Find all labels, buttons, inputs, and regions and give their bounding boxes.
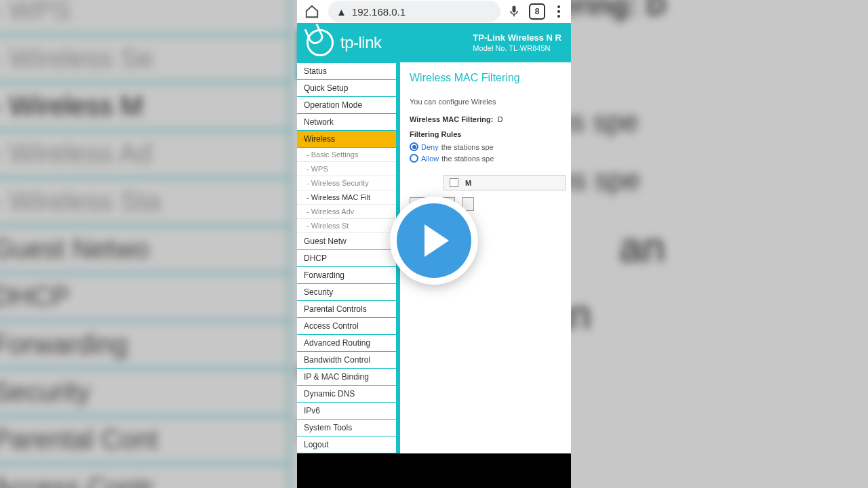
- bg-item: Parental Cont: [0, 417, 289, 464]
- bg-item: DHCP: [0, 274, 289, 321]
- sidebar-sub-statistics[interactable]: - Wireless St: [297, 219, 396, 233]
- sidebar-item-logout[interactable]: Logout: [297, 436, 396, 453]
- sidebar-sub-mac-filtering[interactable]: - Wireless MAC Filt: [297, 190, 396, 205]
- radio-on-icon: [410, 142, 418, 151]
- bg-item: Access Contr: [0, 465, 289, 489]
- sidebar-item-quick-setup[interactable]: Quick Setup: [297, 80, 396, 97]
- sidebar-item-parental[interactable]: Parental Controls: [297, 301, 396, 318]
- radio-allow-row[interactable]: Allow the stations spe: [410, 154, 566, 163]
- sidebar-item-dhcp[interactable]: DHCP: [297, 250, 396, 267]
- allow-text: the stations spe: [441, 155, 494, 163]
- sidebar-item-status[interactable]: Status: [297, 62, 396, 80]
- page-description: You can configure Wireles: [410, 98, 566, 106]
- router-title: TP-Link Wireless N R Model No. TL-WR845N: [473, 33, 561, 54]
- bg-left-sidebar: - WPS - Wireless Se - Wireless M - Wirel…: [0, 0, 290, 488]
- sidebar-sub-wps[interactable]: - WPS: [297, 162, 396, 176]
- sidebar-nav: Status Quick Setup Operation Mode Networ…: [297, 62, 396, 453]
- play-inner: [397, 203, 471, 278]
- url-text: 192.168.0.1: [352, 6, 406, 18]
- bg-item: - Wireless Sta: [0, 178, 289, 226]
- bg-item: - Wireless M: [0, 83, 289, 131]
- bg-item: Forwarding: [0, 321, 289, 369]
- brand-name: tp-link: [340, 33, 382, 52]
- tab-count-button[interactable]: 8: [529, 3, 545, 20]
- bg-item: Security: [0, 369, 289, 417]
- play-button[interactable]: [390, 197, 478, 285]
- url-field[interactable]: ▲ 192.168.0.1: [328, 1, 500, 22]
- router-model: Model No. TL-WR845N: [473, 43, 561, 53]
- menu-icon[interactable]: [552, 5, 566, 18]
- sidebar-sub-basic[interactable]: - Basic Settings: [297, 148, 396, 162]
- bg-item: - Wireless Se: [0, 35, 289, 83]
- sidebar-sub-security[interactable]: - Wireless Security: [297, 176, 396, 190]
- play-icon: [425, 224, 449, 257]
- deny-label: Deny: [421, 143, 439, 151]
- home-icon[interactable]: [302, 2, 321, 21]
- tplink-logo-icon: [307, 29, 334, 56]
- sidebar-item-system-tools[interactable]: System Tools: [297, 420, 396, 436]
- filtering-status-label: Wireless MAC Filtering: D: [410, 115, 566, 123]
- sidebar-sub-advanced[interactable]: - Wireless Adv: [297, 205, 396, 219]
- bg-item: - Wireless Ad: [0, 131, 289, 178]
- sidebar-item-forwarding[interactable]: Forwarding: [297, 267, 396, 284]
- page-title: Wireless MAC Filtering: [410, 72, 566, 84]
- browser-address-bar: ▲ 192.168.0.1 8: [297, 0, 571, 23]
- deny-text: the stations spe: [441, 143, 494, 151]
- sidebar-item-security[interactable]: Security: [297, 284, 396, 301]
- sidebar-item-guest-network[interactable]: Guest Netw: [297, 233, 396, 250]
- letterbox-bottom: [297, 453, 571, 488]
- select-all-checkbox[interactable]: [450, 178, 458, 187]
- sidebar-item-wireless[interactable]: Wireless: [297, 131, 396, 148]
- insecure-icon: ▲: [336, 6, 347, 18]
- filtering-rules-label: Filtering Rules: [410, 130, 566, 138]
- sidebar-item-access-control[interactable]: Access Control: [297, 318, 396, 335]
- sidebar-item-advanced-routing[interactable]: Advanced Routing: [297, 335, 396, 352]
- radio-deny-row[interactable]: Deny the stations spe: [410, 142, 566, 151]
- allow-label: Allow: [421, 155, 439, 163]
- mac-table-header: M: [443, 175, 566, 190]
- sidebar-item-dynamic-dns[interactable]: Dynamic DNS: [297, 386, 396, 403]
- sidebar-item-operation-mode[interactable]: Operation Mode: [297, 97, 396, 114]
- svg-rect-0: [513, 6, 516, 13]
- radio-off-icon: [410, 154, 418, 163]
- bg-item: Guest Netwo: [0, 226, 289, 274]
- sidebar-item-ip-mac-binding[interactable]: IP & MAC Binding: [297, 369, 396, 386]
- mic-icon[interactable]: [507, 4, 522, 19]
- router-header: tp-link TP-Link Wireless N R Model No. T…: [297, 23, 571, 62]
- mac-col-header: M: [465, 179, 471, 187]
- router-title-line1: TP-Link Wireless N R: [473, 33, 561, 44]
- bg-an: an: [619, 224, 665, 271]
- bg-item: - WPS: [0, 0, 289, 35]
- sidebar-item-network[interactable]: Network: [297, 114, 396, 131]
- sidebar-item-ipv6[interactable]: IPv6: [297, 403, 396, 420]
- sidebar-item-bandwidth[interactable]: Bandwidth Control: [297, 352, 396, 369]
